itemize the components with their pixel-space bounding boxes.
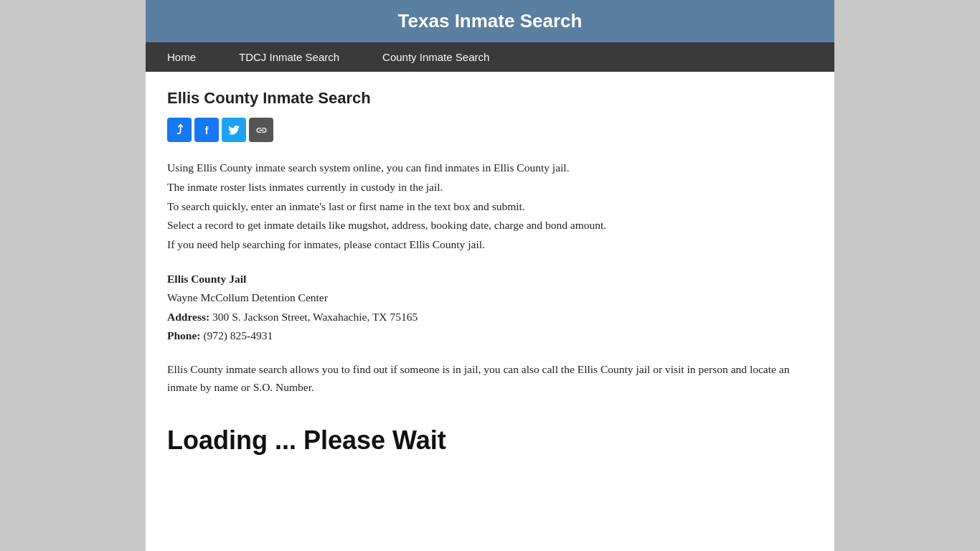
desc-line5: If you need help searching for inmates, … bbox=[167, 236, 813, 254]
social-share-bar: ⤴ f bbox=[167, 118, 813, 142]
main-nav: Home TDCJ Inmate Search County Inmate Se… bbox=[146, 42, 834, 72]
facebook-button[interactable]: f bbox=[194, 118, 219, 142]
loading-text: Loading ... Please Wait bbox=[167, 425, 446, 455]
jail-info: Ellis County Jail Wayne McCollum Detenti… bbox=[167, 270, 813, 345]
twitter-button[interactable] bbox=[222, 118, 246, 142]
extra-info: Ellis County inmate search allows you to… bbox=[167, 361, 813, 397]
desc-line1: Using Ellis County inmate search system … bbox=[167, 159, 813, 177]
address-label: Address: bbox=[167, 311, 212, 323]
loading-section: Loading ... Please Wait bbox=[167, 418, 813, 470]
desc-line2: The inmate roster lists inmates currentl… bbox=[167, 179, 813, 197]
desc-line3: To search quickly, enter an inmate's las… bbox=[167, 198, 813, 216]
nav-item-tdcj[interactable]: TDCJ Inmate Search bbox=[217, 42, 361, 72]
main-content: Ellis County Inmate Search ⤴ f Using Ell… bbox=[146, 72, 834, 499]
desc-line4: Select a record to get inmate details li… bbox=[167, 217, 813, 235]
jail-address: Address: 300 S. Jackson Street, Waxahach… bbox=[167, 308, 813, 326]
address-value: 300 S. Jackson Street, Waxahachie, TX 75… bbox=[212, 311, 418, 323]
copy-link-button[interactable] bbox=[249, 118, 273, 142]
phone-value: (972) 825-4931 bbox=[203, 329, 273, 342]
description-block: Using Ellis County inmate search system … bbox=[167, 159, 813, 254]
page-heading: Ellis County Inmate Search bbox=[167, 89, 813, 108]
share-button[interactable]: ⤴ bbox=[167, 118, 192, 142]
jail-facility: Wayne McCollum Detention Center bbox=[167, 288, 813, 307]
phone-label: Phone: bbox=[167, 329, 203, 342]
site-header: Texas Inmate Search bbox=[146, 0, 834, 42]
nav-item-county[interactable]: County Inmate Search bbox=[361, 42, 511, 72]
site-title: Texas Inmate Search bbox=[398, 10, 583, 32]
jail-name: Ellis County Jail bbox=[167, 273, 246, 285]
jail-phone: Phone: (972) 825-4931 bbox=[167, 326, 813, 345]
nav-item-home[interactable]: Home bbox=[146, 42, 217, 72]
